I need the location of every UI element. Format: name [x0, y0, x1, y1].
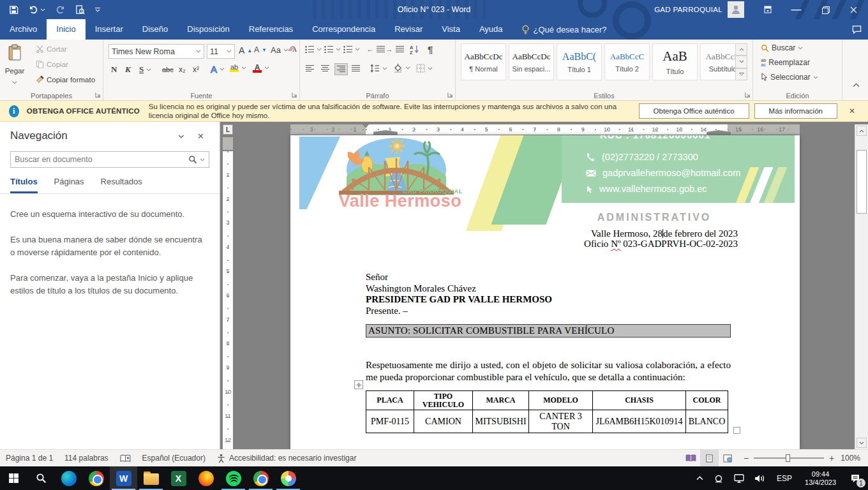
tab-ayuda[interactable]: Ayuda [470, 19, 513, 40]
taskbar-spotify-icon[interactable] [220, 466, 247, 490]
styles-dialog-launcher[interactable] [745, 91, 751, 98]
vehicle-table[interactable]: PLACA TIPO VEHICULO MARCA MODELO CHASIS … [366, 390, 728, 433]
change-case-button[interactable]: Aa [271, 45, 288, 55]
scrollbar-thumb[interactable] [857, 150, 867, 214]
clock[interactable]: 09:44 13/4/2023 [798, 470, 842, 487]
tab-referencias[interactable]: Referencias [239, 19, 303, 40]
language-indicator[interactable]: ESP [770, 474, 798, 483]
sort-button[interactable] [410, 44, 419, 54]
proofing-errors-icon[interactable] [114, 454, 137, 463]
zoom-in-button[interactable]: + [829, 453, 834, 463]
align-left-button[interactable] [306, 65, 314, 72]
style-normal[interactable]: AaBbCcDc¶ Normal [461, 43, 506, 80]
font-dialog-launcher[interactable] [292, 91, 297, 98]
customize-qat-button[interactable] [95, 8, 100, 12]
superscript-button[interactable]: x² [193, 65, 199, 74]
zoom-slider-thumb[interactable] [786, 454, 790, 462]
bold-button[interactable]: N [111, 64, 117, 75]
tab-stop-selector[interactable]: L [223, 124, 233, 135]
table-move-handle[interactable]: ✛ [354, 380, 363, 389]
onedrive-icon[interactable] [708, 474, 729, 483]
table-resize-handle[interactable] [733, 427, 740, 434]
style-titulo[interactable]: AaBTítulo [652, 43, 698, 80]
text-effects-button[interactable]: A [211, 64, 225, 75]
nav-tab-paginas[interactable]: Páginas [54, 177, 84, 193]
table-cell[interactable]: BLANCO [686, 410, 728, 433]
zoom-out-button[interactable]: − [744, 453, 749, 463]
table-header-cell[interactable]: MODELO [529, 391, 593, 410]
style-titulo-1[interactable]: AaBbC(Título 1 [557, 43, 602, 80]
tab-archivo[interactable]: Archivo [0, 19, 47, 40]
table-header-cell[interactable]: PLACA [366, 391, 414, 410]
close-navigation-pane-icon[interactable]: ✕ [191, 131, 211, 141]
print-layout-button[interactable] [700, 450, 719, 467]
tab-revisar[interactable]: Revisar [385, 19, 432, 40]
numbering-button[interactable] [324, 45, 341, 53]
zoom-percentage[interactable]: 100% [841, 454, 868, 463]
table-header-cell[interactable]: CHASIS [593, 391, 686, 410]
redo-button[interactable] [56, 5, 65, 15]
avatar[interactable] [728, 1, 744, 18]
highlight-color-button[interactable]: ab [230, 64, 246, 72]
font-size-combo[interactable]: 11 [207, 44, 235, 59]
table-cell[interactable]: PMF-0115 [366, 410, 414, 433]
action-center-button[interactable]: 1 [842, 466, 868, 490]
scroll-up-button[interactable] [857, 126, 867, 136]
zoom-slider[interactable] [754, 457, 824, 459]
taskbar-firefox-icon[interactable] [192, 466, 220, 490]
document-page[interactable]: GAD PARROQUIAL Valle Hermoso RUC : 17681… [290, 135, 800, 449]
taskbar-file-explorer-icon[interactable] [137, 466, 165, 490]
tab-correspondencia[interactable]: Correspondencia [303, 19, 385, 40]
tab-inicio[interactable]: Inicio [47, 19, 85, 40]
horizontal-ruler[interactable]: 321 1234567891011121314 151617 [290, 124, 800, 135]
clear-formatting-button[interactable] [287, 45, 297, 53]
language-status[interactable]: Español (Ecuador) [137, 454, 211, 463]
hidden-icons-chevron[interactable] [691, 476, 708, 480]
read-mode-button[interactable] [682, 450, 700, 467]
taskbar-chrome-profile-icon[interactable] [247, 466, 274, 490]
table-cell[interactable]: CAMION [414, 410, 473, 433]
vertical-scrollbar[interactable] [855, 124, 868, 449]
table-cell[interactable]: CANTER 3 TON [529, 410, 593, 433]
tab-disposicion[interactable]: Disposición [177, 19, 239, 40]
style-sin-espaciado[interactable]: AaBbCcDcSin espaci... [509, 43, 554, 80]
justify-button[interactable] [352, 65, 360, 72]
find-button[interactable]: Buscar [761, 43, 803, 52]
restore-button[interactable] [811, 0, 839, 19]
replace-button[interactable]: abac Reemplazar [761, 58, 810, 67]
collapse-ribbon-button[interactable] [853, 83, 860, 87]
ribbon-display-options-button[interactable] [753, 0, 782, 19]
get-genuine-office-button[interactable]: Obtenga Office auténtico [639, 103, 749, 119]
chevron-down-icon[interactable] [200, 158, 205, 161]
table-header-cell[interactable]: TIPO VEHICULO [414, 391, 473, 410]
align-center-button[interactable] [321, 65, 329, 72]
close-button[interactable] [839, 0, 868, 19]
tab-diseno[interactable]: Diseño [133, 19, 177, 40]
shading-button[interactable] [393, 63, 410, 73]
table-header-cell[interactable]: MARCA [473, 391, 529, 410]
scroll-down-button[interactable] [857, 438, 867, 448]
subscript-button[interactable]: x₂ [179, 65, 186, 74]
document-search-box[interactable] [10, 151, 209, 168]
styles-gallery-more[interactable] [735, 68, 747, 80]
table-cell[interactable]: JL6AMB6H15K010914 [593, 410, 686, 433]
multilevel-list-button[interactable] [343, 45, 360, 53]
align-right-button[interactable] [334, 63, 348, 75]
taskbar-excel-icon[interactable]: X [165, 466, 192, 490]
body-paragraph[interactable]: Respetuosamente me dirijo a usted, con e… [366, 359, 731, 383]
line-spacing-button[interactable] [370, 64, 387, 73]
copy-button[interactable]: Copiar [36, 60, 68, 68]
strikethrough-button[interactable]: abc [162, 66, 174, 73]
font-name-combo[interactable]: Times New Roma [108, 44, 204, 59]
close-warning-icon[interactable]: ✕ [842, 107, 862, 115]
vertical-ruler[interactable]: 123456789101112 [223, 137, 233, 449]
taskbar-word-icon[interactable]: W [110, 466, 137, 490]
tell-me-box[interactable]: ¿Qué desea hacer? [513, 19, 616, 40]
shrink-font-button[interactable]: A▼ [254, 45, 267, 54]
styles-scroll-down[interactable] [735, 56, 747, 68]
start-button[interactable] [0, 466, 27, 490]
format-painter-button[interactable]: Copiar formato [36, 75, 95, 84]
minimize-button[interactable]: — [782, 0, 811, 19]
paste-button[interactable]: Pegar [0, 42, 29, 86]
date-line[interactable]: Valle Hermoso, 28de febrero del 2023 Ofi… [584, 228, 738, 249]
